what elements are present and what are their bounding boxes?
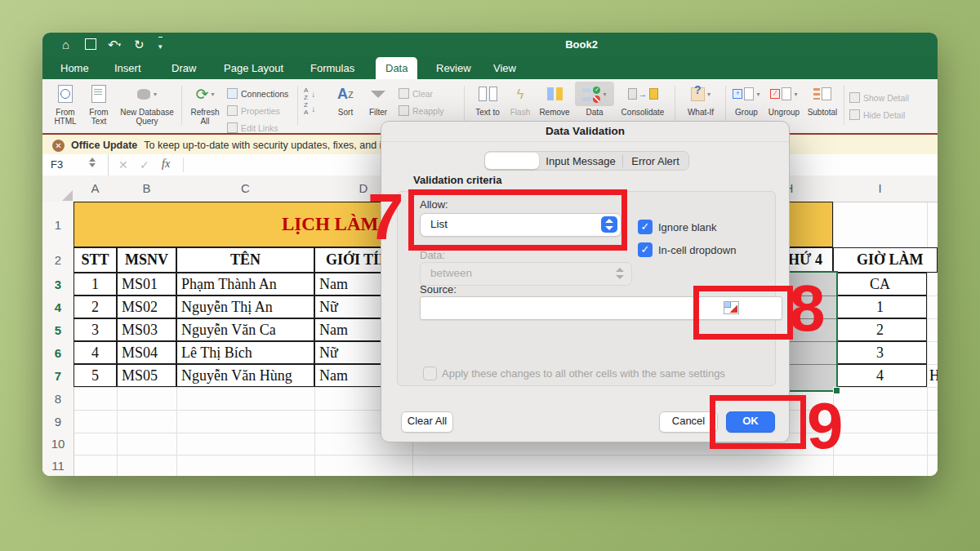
cell-C5[interactable]: Nguyễn Văn Ca <box>176 318 314 341</box>
tab-insert[interactable]: Insert <box>111 57 145 79</box>
flash-fill-button[interactable]: ϟ Flash <box>506 82 534 117</box>
subtotal-button[interactable]: Subtotal <box>804 82 841 117</box>
data-label: Data: <box>420 249 445 261</box>
reapply-button[interactable]: Reapply <box>399 102 444 119</box>
from-text-button[interactable]: From Text <box>83 82 114 126</box>
ribbon-divider <box>725 86 726 125</box>
clear-all-button[interactable]: Clear All <box>401 411 453 433</box>
show-detail-button[interactable]: Show Detail <box>849 89 909 106</box>
tab-data[interactable]: Data <box>376 57 417 79</box>
hide-detail-button[interactable]: Hide Detail <box>849 106 909 123</box>
subtotal-icon <box>804 82 841 106</box>
properties-button[interactable]: Properties <box>227 102 288 119</box>
title-bar: ⌂ ↶▾ ↻ ▾ Book2 <box>42 33 938 57</box>
cell-I6[interactable]: 3 <box>833 341 927 364</box>
toolbar-menu-button[interactable]: ▾ <box>158 37 163 55</box>
sort-za-button[interactable]: ZA↓ <box>304 101 315 116</box>
desktop-background: ⌂ ↶▾ ↻ ▾ Book2 Home Insert Draw Page Lay… <box>0 0 980 551</box>
sort-button[interactable]: Az Sort <box>330 82 361 117</box>
row-header-3[interactable]: 3 <box>42 273 74 296</box>
cell-C3[interactable]: Phạm Thành An <box>176 273 314 295</box>
cell-B7[interactable]: MS05 <box>117 364 176 387</box>
tab-home[interactable]: Home <box>57 57 92 79</box>
cell-B3[interactable]: MS01 <box>117 273 176 295</box>
tab-review[interactable]: Review <box>433 57 474 79</box>
row-header-2[interactable]: 2 <box>42 247 74 273</box>
tab-formulas[interactable]: Formulas <box>307 57 358 79</box>
tab-page-layout[interactable]: Page Layout <box>220 57 287 79</box>
cell-I4[interactable]: 1 <box>833 295 927 318</box>
cell-B4[interactable]: MS02 <box>117 295 176 318</box>
home-icon[interactable]: ⌂ <box>62 37 69 53</box>
column-header-b[interactable]: B <box>117 181 176 195</box>
remove-duplicates-button[interactable]: Remove <box>536 82 573 117</box>
clear-filter-button[interactable]: Clear <box>399 85 444 102</box>
from-html-button[interactable]: From HTML <box>49 82 82 126</box>
cell-I3[interactable]: CA <box>833 273 927 295</box>
data-validation-button[interactable]: ✓ ▾ Data <box>575 82 614 117</box>
column-header-i[interactable]: I <box>833 181 927 195</box>
tab-error-alert[interactable]: Error Alert <box>622 155 688 167</box>
column-header-c[interactable]: C <box>176 181 314 195</box>
redo-button[interactable]: ↻ <box>134 37 145 53</box>
new-database-query-button[interactable]: ▾ New Database Query <box>116 82 178 126</box>
cell-A7[interactable]: 5 <box>74 364 117 387</box>
name-box[interactable]: F3 <box>51 158 63 171</box>
cancel-entry-icon[interactable]: ✕ <box>118 158 128 171</box>
annotation-box-7 <box>408 189 627 251</box>
hide-detail-icon <box>849 109 860 120</box>
filter-button[interactable]: Filter <box>363 82 394 117</box>
ungroup-button[interactable]: ∕▾ Ungroup <box>764 82 804 117</box>
row-header-5[interactable]: 5 <box>42 318 74 342</box>
consolidate-button[interactable]: → Consolidate <box>617 82 668 117</box>
fx-icon[interactable]: fx <box>162 158 170 171</box>
name-box-stepper[interactable] <box>89 158 96 167</box>
select-all-corner[interactable] <box>62 190 73 201</box>
undo-button[interactable]: ↶▾ <box>108 37 121 53</box>
row-header-9[interactable]: 9 <box>42 410 74 433</box>
ribbon-tab-bar: Home Insert Draw Page Layout Formulas Da… <box>42 57 938 79</box>
cell-A2[interactable]: STT <box>74 247 117 273</box>
cell-I5[interactable]: 2 <box>833 318 927 341</box>
row-header-1[interactable]: 1 <box>42 202 74 248</box>
connections-button[interactable]: Connections <box>227 85 288 102</box>
confirm-entry-icon[interactable]: ✓ <box>140 158 149 171</box>
filter-icon <box>363 82 394 106</box>
cell-B6[interactable]: MS04 <box>117 341 176 364</box>
reapply-icon <box>399 105 409 116</box>
row-header-7[interactable]: 7 <box>42 364 74 388</box>
row-header-4[interactable]: 4 <box>42 295 74 319</box>
sort-az-button[interactable]: AZ↓ <box>304 87 315 101</box>
ignore-blank-checkbox[interactable]: ✓ <box>638 220 653 234</box>
cell-A6[interactable]: 4 <box>74 341 117 364</box>
cell-C4[interactable]: Nguyễn Thị An <box>176 295 314 318</box>
what-if-button[interactable]: ?▾ What-If <box>681 82 720 117</box>
ribbon-divider <box>181 86 182 125</box>
cell-A4[interactable]: 2 <box>74 295 117 318</box>
tab-draw[interactable]: Draw <box>168 57 199 79</box>
text-to-columns-button[interactable]: Text to <box>470 82 505 117</box>
cell-A5[interactable]: 3 <box>74 318 117 341</box>
row-header-11[interactable]: 11 <box>42 455 74 476</box>
tab-input-message[interactable]: Input Message <box>539 155 622 167</box>
cell-C7[interactable]: Nguyễn Văn Hùng <box>176 364 314 387</box>
tab-view[interactable]: View <box>490 57 519 79</box>
cell-C6[interactable]: Lê Thị Bích <box>176 341 314 364</box>
row-header-10[interactable]: 10 <box>42 433 74 455</box>
group-button[interactable]: +▾ Group <box>730 82 763 117</box>
refresh-all-button[interactable]: ⟳▾ Refresh All <box>186 82 224 126</box>
cell-A3[interactable]: 1 <box>74 273 117 295</box>
in-cell-dropdown-checkbox[interactable]: ✓ <box>638 242 653 257</box>
cell-C2[interactable]: TÊN <box>176 247 314 273</box>
close-icon[interactable]: ✕ <box>52 140 65 152</box>
row-header-6[interactable]: 6 <box>42 341 74 365</box>
column-header-a[interactable]: A <box>74 181 117 195</box>
cell-I2[interactable]: GIỜ LÀM <box>833 247 938 273</box>
row-header-8[interactable]: 8 <box>42 387 74 411</box>
save-icon[interactable] <box>85 38 96 50</box>
cell-I7[interactable]: 4 <box>833 364 927 387</box>
cell-B5[interactable]: MS03 <box>117 318 176 341</box>
cell-overflow-J7[interactable]: H <box>929 364 938 387</box>
cell-B2[interactable]: MSNV <box>117 247 176 273</box>
tab-settings[interactable] <box>485 153 539 169</box>
